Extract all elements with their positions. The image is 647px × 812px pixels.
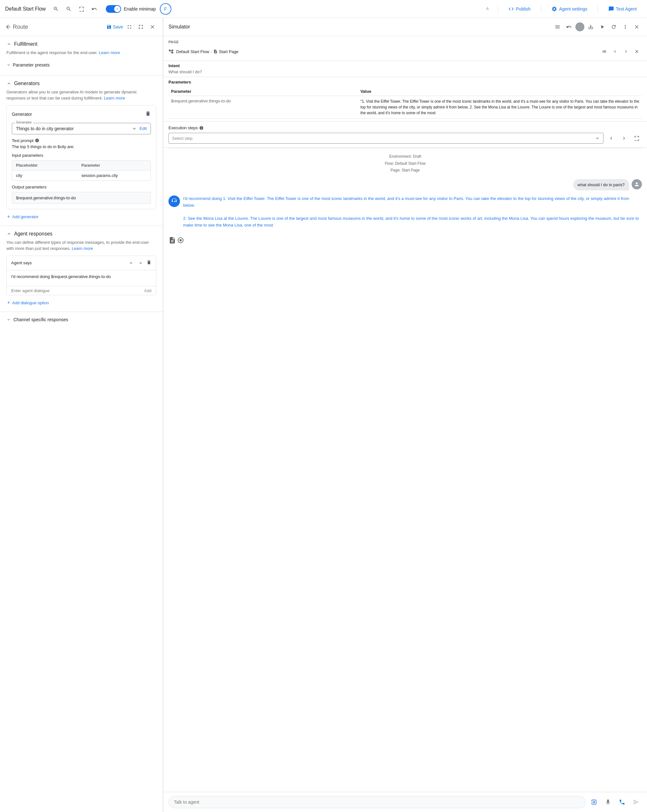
placeholder-col-header: Placeholder xyxy=(16,163,82,168)
add-dialogue-inline-btn[interactable]: Add xyxy=(144,288,152,293)
mic-btn[interactable] xyxy=(602,796,614,808)
topbar: Default Start Flow ✓ Enable minimap F Pu… xyxy=(0,0,647,18)
fulfillment-header[interactable]: Fulfillment xyxy=(6,41,156,47)
deploy-icon xyxy=(485,6,490,12)
fullscreen-btn[interactable] xyxy=(124,22,135,32)
fulfillment-section: Fulfillment Fulfillment is the agent res… xyxy=(0,36,163,75)
add-icon xyxy=(6,214,11,219)
undo-btn[interactable] xyxy=(89,4,99,14)
deploy-btn[interactable] xyxy=(483,4,493,14)
user-avatar[interactable]: F xyxy=(160,3,171,15)
page-close-btn[interactable] xyxy=(632,46,642,56)
close-panel-btn[interactable] xyxy=(148,22,158,32)
exec-next-btn[interactable] xyxy=(619,133,629,143)
publish-button[interactable]: Publish xyxy=(503,4,536,14)
delete-generator-btn[interactable] xyxy=(145,111,151,118)
agent-says-input-row: Add xyxy=(7,286,156,295)
generator-card-title: Generator xyxy=(12,111,32,117)
main-layout: Route Save Fu xyxy=(0,18,647,812)
exec-prev-btn[interactable] xyxy=(606,133,616,143)
message-icon xyxy=(608,6,614,12)
sim-export-btn[interactable] xyxy=(586,22,596,32)
submit-chat-btn[interactable] xyxy=(588,796,600,808)
generator-card: Generator Generator Things to do in city… xyxy=(6,105,156,209)
fit-btn[interactable] xyxy=(76,4,87,14)
arrow-up-icon xyxy=(128,260,134,266)
zoom-out-icon xyxy=(66,6,72,12)
agent-says-text: I'd recommend doing $request.generative.… xyxy=(11,274,152,279)
arrow-down-icon xyxy=(138,260,143,266)
flow-icon xyxy=(169,49,174,54)
agent-responses-section: Agent responses You can define different… xyxy=(0,226,163,312)
test-agent-button[interactable]: Test Agent xyxy=(603,4,642,14)
page-info: Default Start Flow - Start Page xyxy=(176,49,239,54)
value-col-header: Value xyxy=(358,87,642,96)
page-section: Page Default Start Flow - Start Page xyxy=(163,36,647,61)
generator-dropdown[interactable]: Generator Things to do in city generator… xyxy=(12,123,151,134)
chat-area: Environment: Draft Flow: Default Start F… xyxy=(163,148,647,792)
exec-steps-row: Select step xyxy=(169,133,642,143)
add-dialogue-option-btn[interactable]: Add dialogue option xyxy=(6,299,49,307)
intent-section: Intent What should I do? xyxy=(163,61,647,77)
phone-icon xyxy=(619,799,625,805)
parameters-label: Parameters xyxy=(169,80,642,84)
save-icon xyxy=(107,24,111,29)
parameters-table: Parameter Value $request.generative.thin… xyxy=(169,87,642,119)
param-presets-header[interactable]: Parameter presets xyxy=(6,60,156,70)
flow-title: Default Start Flow xyxy=(5,6,46,12)
move-up-btn[interactable] xyxy=(127,259,135,267)
agent-responses-header[interactable]: Agent responses xyxy=(6,231,156,237)
sim-more-btn[interactable] xyxy=(620,22,630,32)
generators-desc: Generators allow you to use generative A… xyxy=(6,89,156,101)
sim-menu-btn[interactable] xyxy=(553,22,563,32)
refresh-icon xyxy=(611,24,617,30)
agent-says-header: Agent says xyxy=(7,256,156,270)
sim-close-btn[interactable] xyxy=(632,22,642,32)
minimap-toggle[interactable]: ✓ xyxy=(106,5,121,13)
chevron-left-icon xyxy=(612,49,618,54)
page-next-btn[interactable] xyxy=(621,46,631,56)
expand-btn[interactable] xyxy=(136,22,146,32)
param-cell: $request.generative.things-to-do xyxy=(169,96,358,119)
back-button[interactable]: Route xyxy=(5,24,28,31)
send-btn[interactable] xyxy=(630,796,642,808)
generators-learn-more[interactable]: Learn more xyxy=(104,96,125,101)
move-down-btn[interactable] xyxy=(137,259,145,267)
intent-label: Intent xyxy=(169,63,642,68)
page-prev-btn[interactable] xyxy=(610,46,620,56)
exec-capture-btn[interactable] xyxy=(632,133,642,143)
exec-steps-header: Execution steps xyxy=(169,125,642,130)
phone-btn[interactable] xyxy=(616,796,628,808)
delete-agent-says-btn[interactable] xyxy=(146,259,152,267)
talk-to-agent-input[interactable] xyxy=(169,796,586,808)
save-button[interactable]: Save xyxy=(107,24,123,29)
add-generator-btn[interactable]: Add generator xyxy=(6,213,38,220)
generators-header[interactable]: Generators xyxy=(6,81,156,86)
generator-edit-btn[interactable]: Edit xyxy=(140,126,147,131)
submit-icon xyxy=(591,799,597,805)
chat-input-area xyxy=(163,792,647,812)
delete-icon xyxy=(145,111,151,116)
generator-value: Things to do in city generator xyxy=(16,126,74,131)
fulfillment-desc: Fulfillment is the agent response for th… xyxy=(6,50,156,56)
agent-dialogue-input[interactable] xyxy=(11,288,144,293)
person-icon xyxy=(634,182,639,187)
agent-settings-button[interactable]: Agent settings xyxy=(546,4,593,14)
step-select[interactable]: Select step xyxy=(169,133,603,143)
sim-undo-btn[interactable] xyxy=(564,22,574,32)
sim-play-btn[interactable] xyxy=(597,22,607,32)
input-params-label: Input parameters xyxy=(12,153,151,158)
exec-next-icon xyxy=(621,135,627,141)
agent-responses-learn-more[interactable]: Learn more xyxy=(72,246,93,251)
page-list-btn[interactable] xyxy=(599,46,609,56)
zoom-in-btn[interactable] xyxy=(51,4,61,14)
page-nav xyxy=(599,46,642,56)
zoom-out-btn[interactable] xyxy=(64,4,74,14)
zoom-in-icon xyxy=(53,6,59,12)
fulfillment-learn-more[interactable]: Learn more xyxy=(99,50,120,55)
sim-refresh-btn[interactable] xyxy=(609,22,619,32)
panel-header-actions: Save xyxy=(107,22,158,32)
channel-specific-header[interactable]: Channel specific responses xyxy=(6,317,156,322)
code-icon xyxy=(508,6,514,12)
simulator-title: Simulator xyxy=(169,24,190,30)
